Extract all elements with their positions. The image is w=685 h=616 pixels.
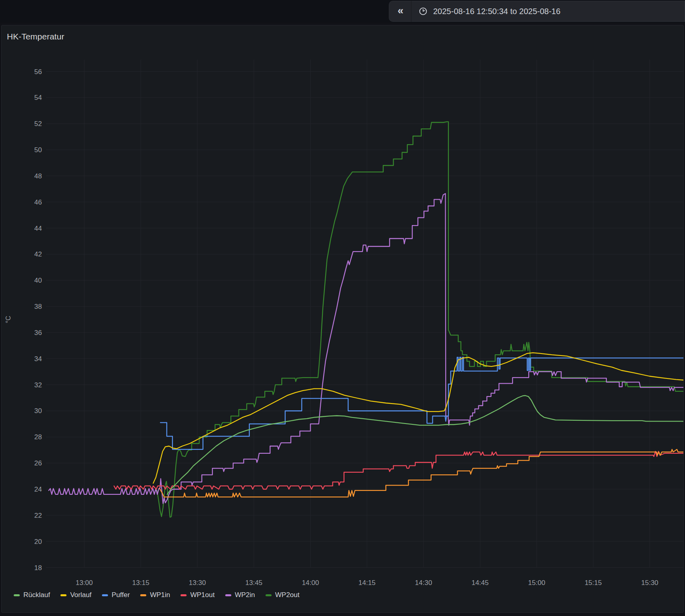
- x-tick-label: 14:30: [415, 579, 432, 587]
- y-tick-label: 28: [34, 433, 42, 441]
- x-tick-label: 14:45: [471, 579, 489, 587]
- clock-icon: [419, 7, 428, 16]
- y-tick-label: 40: [34, 277, 42, 284]
- time-shift-back-button[interactable]: «: [389, 1, 411, 22]
- legend-item-vorlauf[interactable]: Vorlauf: [60, 591, 91, 599]
- y-tick-label: 22: [34, 512, 42, 519]
- legend-item-rücklauf[interactable]: Rücklauf: [14, 591, 50, 599]
- hk-temperatur-panel: 1820222426283032343638404244464850525456…: [1, 25, 684, 613]
- legend-chip: [225, 594, 231, 596]
- series-line-wp1out: [114, 451, 683, 489]
- series-line-wp1in: [160, 449, 683, 497]
- y-tick-label: 34: [34, 355, 42, 363]
- y-axis-unit-label: °C: [5, 316, 12, 323]
- legend-chip: [60, 594, 66, 596]
- x-tick-label: 13:45: [245, 579, 263, 587]
- legend-label: WP1out: [190, 591, 214, 599]
- y-tick-label: 56: [34, 68, 42, 76]
- y-tick-label: 46: [34, 198, 42, 206]
- series-line-puffer: [160, 358, 683, 450]
- y-tick-label: 52: [34, 120, 42, 128]
- x-tick-label: 15:15: [585, 579, 602, 587]
- legend-label: WP2out: [275, 591, 299, 599]
- time-range-text: 2025-08-16 12:50:34 to 2025-08-16: [433, 7, 560, 16]
- legend-item-wp2out[interactable]: WP2out: [266, 591, 299, 599]
- legend-label: Puffer: [112, 591, 130, 599]
- y-tick-label: 30: [34, 407, 42, 415]
- y-tick-label: 26: [34, 459, 42, 467]
- legend-item-puffer[interactable]: Puffer: [102, 591, 130, 599]
- x-tick-label: 14:15: [359, 579, 376, 587]
- legend-item-wp1out[interactable]: WP1out: [181, 591, 214, 599]
- chart-legend: RücklaufVorlaufPufferWP1inWP1outWP2inWP2…: [14, 591, 299, 599]
- legend-chip: [14, 594, 20, 596]
- panel-title: HK-Temperatur: [7, 32, 64, 41]
- temperature-chart[interactable]: 1820222426283032343638404244464850525456…: [2, 25, 683, 612]
- y-tick-label: 18: [34, 564, 42, 572]
- legend-item-wp1in[interactable]: WP1in: [140, 591, 170, 599]
- legend-label: Vorlauf: [70, 591, 91, 599]
- time-picker-group: « 2025-08-16 12:50:34 to 2025-08-16: [389, 1, 685, 22]
- y-tick-label: 32: [34, 381, 42, 389]
- y-tick-label: 36: [34, 329, 42, 337]
- legend-chip: [140, 594, 146, 596]
- series-line-wp2in: [49, 194, 683, 504]
- y-tick-label: 48: [34, 172, 42, 180]
- x-tick-label: 13:00: [76, 579, 93, 587]
- legend-item-wp2in[interactable]: WP2in: [225, 591, 255, 599]
- legend-chip: [181, 594, 187, 596]
- x-tick-label: 15:30: [641, 579, 658, 587]
- y-tick-label: 44: [34, 225, 42, 232]
- series-line-rücklauf: [167, 396, 683, 494]
- y-tick-label: 54: [34, 94, 42, 101]
- y-tick-label: 20: [34, 538, 42, 546]
- series-line-wp2out: [157, 122, 683, 517]
- x-tick-label: 15:00: [528, 579, 546, 587]
- legend-label: WP2in: [235, 591, 255, 599]
- x-tick-label: 14:00: [302, 579, 319, 587]
- y-tick-label: 42: [34, 250, 42, 258]
- time-range-picker-button[interactable]: 2025-08-16 12:50:34 to 2025-08-16: [411, 1, 685, 22]
- y-tick-label: 50: [34, 146, 42, 154]
- legend-chip: [102, 594, 108, 596]
- legend-label: Rücklauf: [23, 591, 50, 599]
- x-tick-label: 13:15: [132, 579, 149, 587]
- y-tick-label: 38: [34, 303, 42, 310]
- x-tick-label: 13:30: [189, 579, 206, 587]
- top-toolbar: « 2025-08-16 12:50:34 to 2025-08-16: [0, 0, 685, 23]
- legend-label: WP1in: [150, 591, 170, 599]
- legend-chip: [266, 594, 272, 596]
- y-tick-label: 24: [34, 486, 42, 493]
